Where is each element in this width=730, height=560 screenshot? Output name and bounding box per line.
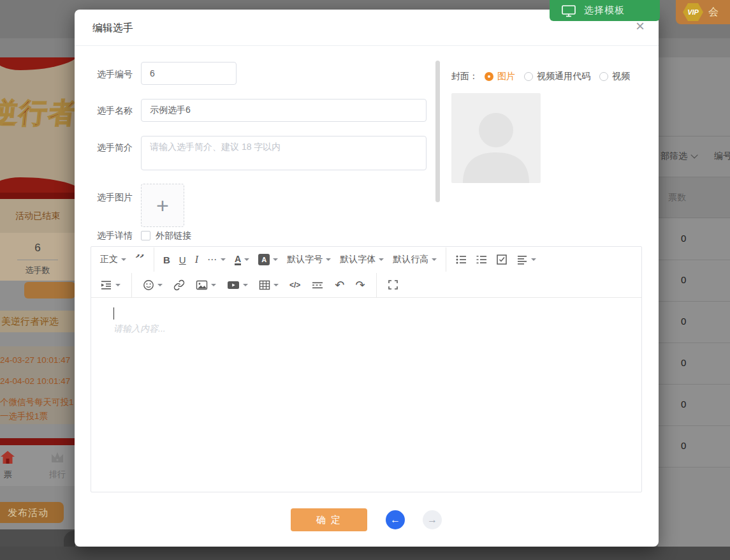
arrow-left-icon: ← — [390, 514, 400, 526]
sort-by-number[interactable]: 编号 — [714, 151, 730, 162]
horizontal-rule-icon — [311, 279, 324, 291]
table-header-row: 票数 — [658, 177, 730, 218]
code-icon: </> — [289, 281, 300, 290]
video-icon — [227, 279, 240, 291]
publish-activity-button[interactable]: 发布活动 — [0, 502, 64, 523]
align-select[interactable] — [516, 254, 536, 265]
player-intro-textarea[interactable] — [141, 136, 427, 170]
undo-button[interactable]: ↶ — [335, 278, 344, 292]
cover-label: 封面： — [451, 71, 478, 82]
activity-poster: 逆行者 — [0, 57, 75, 199]
link-icon — [173, 279, 185, 291]
bullet-list-button[interactable] — [455, 254, 467, 265]
indent-select[interactable] — [100, 279, 120, 291]
cover-video-code-radio-label[interactable]: 视频通用代码 — [537, 71, 590, 82]
player-table-panel: 部筛选 编号 票数 0 0 0 0 0 0 — [658, 57, 730, 560]
player-number-input[interactable] — [141, 62, 237, 85]
table-row: 0 — [658, 343, 730, 385]
chevron-down-icon — [157, 284, 163, 286]
next-player-button[interactable]: → — [423, 510, 442, 529]
vote-count: 0 — [681, 440, 686, 451]
underline-button[interactable]: U — [179, 254, 186, 265]
player-name-input[interactable] — [141, 99, 427, 122]
chevron-down-icon — [121, 258, 126, 261]
activity-stats: 6 选手数 — [0, 233, 75, 281]
background-color-button[interactable]: A — [258, 254, 278, 265]
insert-link-button[interactable] — [173, 279, 185, 291]
preview-small-button[interactable] — [24, 282, 75, 298]
code-block-button[interactable]: </> — [289, 281, 300, 290]
blockquote-button[interactable]: ” — [135, 254, 145, 265]
player-detail-editor: 正文 ” B U I ⋯ A A 默认字号 默认字体 默认行高 — [91, 246, 642, 492]
line-height-select[interactable]: 默认行高 — [393, 254, 437, 265]
editor-placeholder: 请输入内容... — [113, 323, 166, 335]
confirm-button[interactable]: 确 定 — [291, 508, 367, 531]
player-image-upload[interactable]: + — [141, 184, 184, 227]
template-icon — [561, 4, 576, 17]
chevron-down-icon — [274, 284, 279, 286]
stats-divider — [17, 260, 58, 260]
nav-rank-item[interactable]: 排行 — [43, 450, 71, 480]
previous-player-button[interactable]: ← — [386, 510, 405, 529]
vote-count: 0 — [681, 399, 686, 409]
ordered-list-button[interactable] — [476, 254, 487, 265]
vote-count: 0 — [681, 274, 686, 285]
form-scrollbar[interactable] — [435, 61, 440, 202]
crown-icon — [49, 450, 66, 464]
cover-video-radio[interactable] — [599, 72, 608, 81]
cover-video-radio-label[interactable]: 视频 — [612, 71, 630, 82]
chevron-down-icon — [243, 284, 248, 286]
filter-dropdown[interactable]: 部筛选 — [661, 151, 696, 162]
insert-video-select[interactable] — [227, 279, 248, 291]
vip-member-label: 会 — [708, 6, 719, 19]
font-family-select[interactable]: 默认字体 — [340, 254, 384, 265]
text-color-button[interactable]: A — [235, 254, 249, 265]
fullscreen-button[interactable] — [388, 279, 398, 290]
poster-bottom-bar — [0, 193, 75, 199]
vip-member-button[interactable]: VIP 会 — [676, 0, 730, 24]
nav-rank-label: 排行 — [43, 469, 71, 480]
emoji-icon — [143, 279, 154, 291]
start-time: 24-03-27 10:01:47 — [0, 355, 70, 365]
toolbar-separator — [154, 247, 154, 272]
cover-image-placeholder — [451, 93, 541, 183]
bold-button[interactable]: B — [163, 254, 170, 265]
editor-content-area[interactable]: 请输入内容... — [91, 298, 641, 492]
votes-column-header: 票数 — [668, 192, 686, 203]
chevron-down-icon — [115, 284, 120, 286]
italic-button[interactable]: I — [195, 254, 198, 265]
more-text-styles-button[interactable]: ⋯ — [207, 254, 226, 265]
cover-video-code-radio[interactable] — [524, 72, 533, 81]
preview-gap — [0, 424, 75, 438]
screen: 逆行者 活动已结束 6 选手数 美逆行者评选 24-03-27 10:01:47… — [0, 0, 730, 560]
font-size-select[interactable]: 默认字号 — [287, 254, 331, 265]
activity-preview-panel: 逆行者 活动已结束 6 选手数 美逆行者评选 24-03-27 10:01:47… — [0, 57, 75, 560]
vote-count: 0 — [681, 316, 686, 327]
nav-vote-item[interactable]: 票 — [0, 450, 20, 480]
paragraph-style-select[interactable]: 正文 — [100, 254, 126, 265]
toolbar-separator — [446, 247, 446, 272]
cover-image-radio[interactable] — [485, 72, 493, 81]
player-name-label: 选手名称 — [97, 105, 142, 117]
cover-type-row: 封面： 图片 视频通用代码 视频 — [451, 70, 639, 83]
poster-swoosh-bottom — [0, 177, 75, 194]
horizontal-rule-button[interactable] — [311, 279, 324, 291]
emoji-select[interactable] — [143, 279, 163, 291]
chevron-down-icon — [690, 151, 697, 158]
player-count-label: 选手数 — [0, 265, 75, 276]
fullscreen-icon — [388, 279, 398, 290]
todo-list-button[interactable] — [496, 254, 507, 265]
redo-button[interactable]: ↷ — [355, 278, 365, 292]
insert-image-select[interactable] — [196, 279, 216, 291]
align-icon — [516, 254, 528, 265]
vip-badge-icon: VIP — [683, 3, 703, 21]
external-link-label: 外部链接 — [156, 230, 191, 242]
modal-title: 编辑选手 — [92, 22, 133, 35]
insert-table-select[interactable] — [259, 279, 279, 291]
external-link-checkbox[interactable] — [141, 231, 150, 240]
chevron-down-icon — [326, 258, 331, 261]
preview-gap — [0, 298, 75, 311]
home-icon — [0, 450, 16, 464]
choose-template-button[interactable]: 选择模板 — [550, 0, 660, 21]
cover-image-radio-label[interactable]: 图片 — [497, 71, 515, 82]
